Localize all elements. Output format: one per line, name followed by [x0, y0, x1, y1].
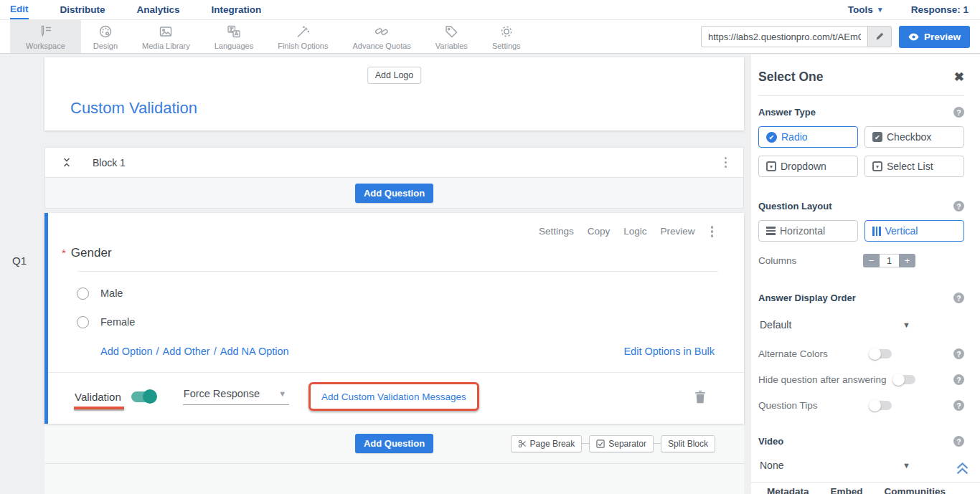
settings-gear-icon — [499, 24, 514, 39]
question-copy-link[interactable]: Copy — [588, 226, 611, 237]
radio-button-icon[interactable] — [77, 316, 89, 328]
checkbox-check-icon: ✔ — [872, 132, 882, 142]
alternate-colors-toggle[interactable] — [870, 349, 892, 358]
layout-vertical[interactable]: Vertical — [864, 220, 964, 242]
answer-options: Male Female — [77, 279, 744, 336]
advance-quotas-label: Advance Quotas — [352, 42, 410, 50]
collapse-block-icon[interactable] — [61, 157, 72, 168]
toolbar-workspace[interactable]: Workspace — [10, 20, 81, 53]
add-question-strip: Add Question — [45, 177, 743, 208]
help-icon[interactable]: ? — [953, 201, 964, 212]
answer-option-male[interactable]: Male — [77, 279, 744, 308]
answer-option-female[interactable]: Female — [77, 308, 744, 336]
add-custom-validation-messages-link[interactable]: Add Custom Validation Messages — [321, 391, 466, 402]
separator-button[interactable]: Separator — [589, 435, 654, 452]
page-break-button[interactable]: Page Break — [511, 435, 583, 452]
delete-question-trash-icon[interactable] — [694, 390, 706, 404]
add-option-link[interactable]: Add Option — [100, 346, 153, 357]
sidebar-footer-tabs: Metadata Embed Communities — [751, 482, 980, 494]
validation-toggle-on[interactable] — [131, 391, 156, 402]
question-tips-toggle[interactable] — [870, 401, 892, 410]
answer-type-label: Answer Type — [758, 107, 816, 118]
edit-url-button[interactable] — [867, 26, 892, 47]
sidebar-divider — [758, 95, 964, 96]
answer-type-dropdown[interactable]: ▼ Dropdown — [758, 156, 858, 177]
close-icon[interactable]: ✖ — [954, 71, 964, 83]
radio-button-icon[interactable] — [77, 288, 89, 300]
block-title[interactable]: Block 1 — [93, 157, 126, 168]
toolbar-languages[interactable]: Languages — [202, 20, 265, 53]
columns-label: Columns — [758, 255, 863, 266]
checkbox-icon — [596, 440, 605, 448]
block-header: Block 1 — [45, 148, 743, 177]
answer-type-select-list[interactable]: ▼ Select List — [864, 156, 964, 177]
scroll-to-top-chevrons-icon[interactable] — [956, 462, 969, 475]
type-label: Dropdown — [781, 161, 826, 172]
answer-type-checkbox[interactable]: ✔ Checkbox — [864, 126, 964, 148]
required-asterisk: * — [62, 247, 66, 259]
finish-options-wand-icon — [295, 24, 311, 39]
add-other-link[interactable]: Add Other — [163, 346, 210, 357]
toolbar-media-library[interactable]: Media Library — [130, 20, 202, 53]
columns-decrement-button[interactable]: − — [863, 254, 880, 267]
nav-distribute[interactable]: Distribute — [60, 0, 105, 19]
help-icon[interactable]: ? — [953, 348, 964, 359]
tools-menu[interactable]: Tools▼ — [848, 4, 884, 15]
red-highlight-annotation: Add Custom Validation Messages — [308, 382, 479, 411]
toolbar-variables[interactable]: Variables — [423, 20, 480, 53]
radio-check-icon: ✔ — [766, 132, 777, 143]
toolbar-settings[interactable]: Settings — [480, 20, 533, 53]
question-actions: Settings Copy Logic Preview — [539, 224, 715, 239]
languages-icon — [226, 24, 242, 39]
workspace-icon — [37, 24, 53, 39]
toolbar-design[interactable]: Design — [81, 20, 130, 53]
help-icon[interactable]: ? — [953, 293, 964, 303]
add-na-option-link[interactable]: Add NA Option — [220, 346, 289, 357]
tab-communities[interactable]: Communities — [885, 486, 946, 494]
columns-increment-button[interactable]: + — [899, 254, 915, 267]
answer-display-order-label: Answer Display Order — [758, 293, 856, 303]
option-label[interactable]: Female — [100, 316, 135, 328]
help-icon[interactable]: ? — [953, 107, 964, 118]
columns-value[interactable]: 1 — [880, 254, 899, 267]
question-menu-kebab-icon[interactable] — [709, 224, 716, 239]
add-question-button-top[interactable]: Add Question — [355, 184, 433, 203]
survey-title[interactable]: Custom Validation — [70, 99, 197, 118]
nav-analytics[interactable]: Analytics — [137, 0, 180, 19]
answer-type-radio[interactable]: ✔ Radio — [758, 126, 858, 148]
help-icon[interactable]: ? — [953, 374, 964, 385]
help-icon[interactable]: ? — [953, 436, 964, 447]
alternate-colors-label: Alternate Colors — [758, 348, 863, 359]
question-preview-link[interactable]: Preview — [660, 226, 694, 237]
add-logo-button[interactable]: Add Logo — [367, 67, 422, 84]
block-menu-kebab-icon[interactable] — [722, 155, 730, 171]
force-response-dropdown[interactable]: Force Response ▼ — [183, 388, 289, 405]
nav-integration[interactable]: Integration — [212, 0, 262, 19]
question-settings-link[interactable]: Settings — [539, 226, 574, 237]
help-icon[interactable]: ? — [953, 400, 964, 411]
horizontal-bars-icon — [766, 227, 776, 235]
toolbar-finish-options[interactable]: Finish Options — [265, 20, 340, 53]
split-block-button[interactable]: Split Block — [661, 435, 715, 452]
edit-options-in-bulk-link[interactable]: Edit Options in Bulk — [623, 346, 715, 357]
preview-label: Preview — [924, 32, 961, 42]
split-block-label: Split Block — [668, 439, 708, 449]
nav-edit[interactable]: Edit — [10, 0, 29, 19]
toolbar-advance-quotas[interactable]: Advance Quotas — [340, 20, 423, 53]
caret-down-icon: ▼ — [903, 320, 910, 329]
survey-canvas: Add Logo Custom Validation Block 1 Add Q… — [44, 57, 744, 494]
hide-question-toggle[interactable] — [894, 375, 915, 384]
preview-button[interactable]: Preview — [899, 26, 970, 48]
option-label[interactable]: Male — [100, 288, 123, 299]
question-logic-link[interactable]: Logic — [623, 226, 646, 237]
add-question-button-bottom[interactable]: Add Question — [355, 434, 433, 453]
question-title[interactable]: Gender — [71, 246, 112, 260]
tab-metadata[interactable]: Metadata — [767, 486, 809, 494]
layout-horizontal[interactable]: Horizontal — [758, 220, 858, 242]
survey-url-input[interactable] — [701, 26, 867, 47]
video-select[interactable]: None ▼ — [758, 460, 910, 471]
answer-display-order-select[interactable]: Default ▼ — [758, 319, 910, 331]
caret-down-icon: ▼ — [903, 461, 910, 470]
response-count[interactable]: Response: 1 — [911, 4, 969, 15]
tab-embed[interactable]: Embed — [831, 486, 863, 494]
